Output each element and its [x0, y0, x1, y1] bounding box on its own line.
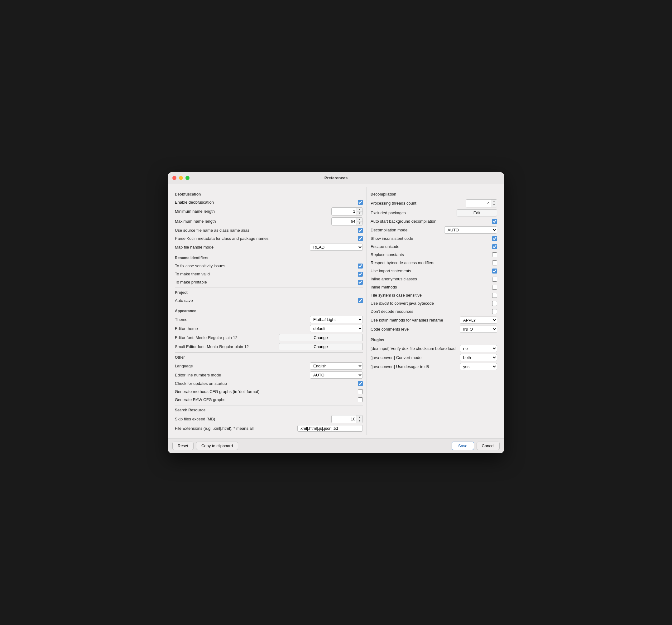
source-file-checkbox[interactable] — [358, 228, 363, 233]
reset-button[interactable]: Reset — [172, 442, 194, 450]
decompilation-header: Decompilation — [370, 192, 497, 196]
escape-unicode-row: Escape unicode — [370, 242, 497, 251]
other-header: Other — [175, 355, 363, 360]
editor-theme-row: Editor theme default dark monokai — [175, 324, 363, 333]
max-name-up[interactable]: ▲ — [357, 218, 362, 222]
java-convert-label: [java-convert] Convert mode — [370, 355, 460, 360]
inline-methods-checkbox[interactable] — [492, 285, 497, 290]
kotlin-methods-select[interactable]: APPLY NONE ALL — [460, 317, 497, 324]
threads-up[interactable]: ▲ — [491, 200, 497, 203]
inline-anon-checkbox[interactable] — [492, 277, 497, 282]
fix-case-label: To fix case sensitivity issues — [175, 263, 358, 268]
min-name-down[interactable]: ▼ — [357, 211, 362, 215]
map-file-select[interactable]: READ WRITE READWRITE — [310, 244, 363, 251]
replace-constants-checkbox[interactable] — [492, 252, 497, 257]
java-convert-select[interactable]: both dex java — [460, 354, 497, 361]
code-comments-select[interactable]: INFO DEBUG ERROR NONE — [460, 326, 497, 333]
dex-verify-label: [dex-input] Verify dex file checksum bef… — [370, 346, 460, 351]
threads-label: Processing threads count — [370, 201, 466, 206]
skip-files-input[interactable] — [332, 416, 357, 422]
kotlin-label: Parse Kotlin metadata for class and pack… — [175, 236, 358, 241]
check-updates-checkbox[interactable] — [358, 381, 363, 386]
minimize-button[interactable] — [179, 176, 183, 180]
file-case-checkbox[interactable] — [492, 293, 497, 298]
threads-input[interactable] — [466, 200, 491, 206]
editor-theme-select[interactable]: default dark monokai — [310, 325, 363, 332]
escape-unicode-checkbox[interactable] — [492, 244, 497, 249]
smali-font-label: Smali Editor font: Menlo-Regular plain 1… — [175, 344, 279, 349]
decomp-mode-select[interactable]: AUTO FER JAD — [444, 226, 497, 234]
printable-label: To make printable — [175, 280, 358, 284]
copy-to-clipboard-button[interactable]: Copy to clipboard — [196, 442, 238, 450]
source-file-label: Use source file name as class name alias — [175, 228, 358, 233]
use-import-checkbox[interactable] — [492, 269, 497, 274]
close-button[interactable] — [172, 176, 176, 180]
respect-bytecode-checkbox[interactable] — [492, 260, 497, 265]
maximize-button[interactable] — [186, 176, 190, 180]
use-import-row: Use import statements — [370, 267, 497, 275]
raw-cfg-checkbox[interactable] — [358, 397, 363, 402]
line-numbers-row: Editor line numbers mode AUTO ON OFF — [175, 371, 363, 379]
deobfuscation-header: Deobfuscation — [175, 192, 363, 196]
dont-decode-row: Don't decode resources — [370, 307, 497, 316]
min-name-input[interactable] — [332, 208, 357, 214]
auto-save-checkbox[interactable] — [358, 298, 363, 303]
check-updates-row: Check for updates on startup — [175, 379, 363, 388]
excluded-packages-button[interactable]: Edit — [457, 209, 497, 216]
threads-row: Processing threads count ▲ ▼ — [370, 198, 497, 208]
inline-anon-label: Inline anonymous classes — [370, 277, 492, 281]
save-button[interactable]: Save — [452, 442, 474, 450]
line-numbers-select[interactable]: AUTO ON OFF — [310, 371, 363, 378]
dont-decode-checkbox[interactable] — [492, 309, 497, 314]
java-desugar-select[interactable]: yes no — [460, 363, 497, 370]
window-title: Preferences — [325, 176, 347, 180]
valid-checkbox[interactable] — [358, 272, 363, 277]
cancel-button[interactable]: Cancel — [477, 442, 500, 450]
theme-select[interactable]: FlatLaf Light FlatLaf Dark System — [310, 316, 363, 323]
footer-left-buttons: Reset Copy to clipboard — [172, 442, 238, 450]
min-name-up[interactable]: ▲ — [357, 208, 362, 211]
raw-cfg-row: Generate RAW CFG graphs — [175, 396, 363, 404]
printable-checkbox[interactable] — [358, 280, 363, 285]
kotlin-checkbox[interactable] — [358, 236, 363, 241]
fix-case-checkbox[interactable] — [358, 263, 363, 269]
skip-files-up[interactable]: ▲ — [357, 415, 362, 419]
preferences-window: Preferences Deobfuscation Enable deobfus… — [168, 172, 504, 453]
threads-down[interactable]: ▼ — [491, 203, 497, 207]
show-inconsistent-row: Show inconsistent code — [370, 234, 497, 242]
dont-decode-label: Don't decode resources — [370, 309, 492, 314]
min-name-label: Minimum name length — [175, 209, 331, 214]
theme-label: Theme — [175, 317, 310, 322]
skip-files-down[interactable]: ▼ — [357, 419, 362, 423]
use-dx-checkbox[interactable] — [492, 301, 497, 306]
smali-font-button[interactable]: Change — [279, 343, 363, 350]
left-panel: Deobfuscation Enable deobfuscation Minim… — [171, 187, 367, 435]
dex-verify-select[interactable]: no yes — [460, 345, 497, 352]
printable-row: To make printable — [175, 278, 363, 286]
editor-font-row: Editor font: Menlo-Regular plain 12 Chan… — [175, 333, 363, 342]
java-desugar-label: [java-convert] Use desugar in d8 — [370, 364, 460, 369]
max-name-input[interactable] — [332, 218, 357, 224]
java-desugar-row: [java-convert] Use desugar in d8 yes no — [370, 362, 497, 371]
map-file-label: Map file handle mode — [175, 245, 310, 250]
enable-deobfuscation-checkbox[interactable] — [358, 200, 363, 205]
cfg-graphs-row: Generate methods CFG graphs (in 'dot' fo… — [175, 388, 363, 396]
code-comments-label: Code comments level — [370, 327, 460, 331]
java-convert-row: [java-convert] Convert mode both dex jav… — [370, 353, 497, 362]
max-name-spinner-buttons: ▲ ▼ — [357, 218, 362, 225]
language-select[interactable]: English Chinese Russian German — [310, 363, 363, 370]
kotlin-methods-label: Use kotlin methods for variables rename — [370, 318, 460, 323]
show-inconsistent-checkbox[interactable] — [492, 236, 497, 241]
replace-constants-label: Replace constants — [370, 252, 492, 257]
file-ext-input[interactable] — [297, 425, 363, 432]
cfg-graphs-checkbox[interactable] — [358, 389, 363, 394]
editor-font-label: Editor font: Menlo-Regular plain 12 — [175, 335, 279, 340]
auto-start-label: Auto start background decompilation — [370, 219, 492, 224]
auto-save-row: Auto save — [175, 297, 363, 305]
editor-font-button[interactable]: Change — [279, 334, 363, 341]
max-name-down[interactable]: ▼ — [357, 222, 362, 225]
enable-deobfuscation-row: Enable deobfuscation — [175, 198, 363, 206]
auto-start-checkbox[interactable] — [492, 219, 497, 224]
line-numbers-label: Editor line numbers mode — [175, 373, 310, 377]
window-controls — [172, 176, 190, 180]
